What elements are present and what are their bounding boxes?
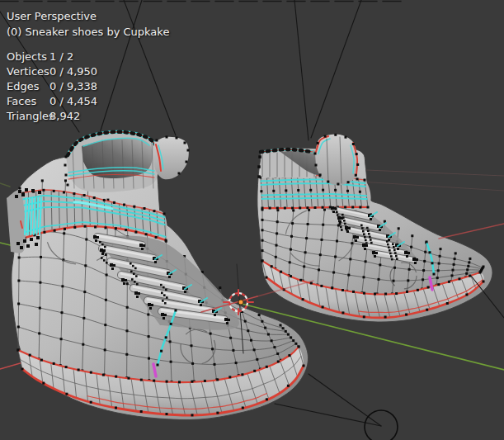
right-shoe-strap xyxy=(260,175,371,210)
viewport-canvas[interactable] xyxy=(0,0,504,440)
blender-3d-viewport[interactable]: User Perspective (0) Sneaker shoes by Cu… xyxy=(0,0,504,440)
object-origin-dot xyxy=(238,300,243,305)
left-shoe-collar xyxy=(64,132,159,192)
